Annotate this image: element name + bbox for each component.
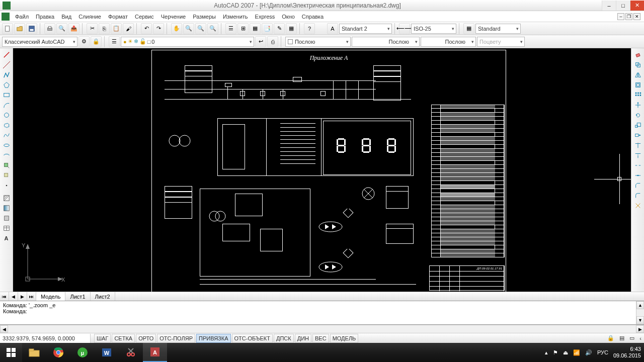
table-style-dropdown[interactable]: Standard xyxy=(475,24,521,34)
status-annotation-icon[interactable]: ▤ xyxy=(617,334,626,343)
mdi-close-button[interactable]: ✕ xyxy=(633,13,640,20)
layer-states-button[interactable]: ⎙ xyxy=(267,36,278,47)
dim-style-dropdown[interactable]: ISO-25 xyxy=(411,24,456,34)
xline-tool[interactable] xyxy=(1,60,12,69)
tray-action-center-icon[interactable]: ⚑ xyxy=(553,349,558,356)
tray-removedrive-icon[interactable]: ⏏ xyxy=(563,349,568,356)
tray-language[interactable]: РУС xyxy=(597,349,608,355)
zoom-previous-button[interactable]: 🔍 xyxy=(207,23,218,34)
taskbar-autocad-icon[interactable]: A xyxy=(143,343,167,362)
plot-preview-button[interactable]: 🔍 xyxy=(56,23,67,34)
array-tool[interactable] xyxy=(632,90,643,100)
point-tool[interactable] xyxy=(1,180,12,190)
status-cleanscreen-icon[interactable]: ▭ xyxy=(627,334,636,343)
join-tool[interactable] xyxy=(632,170,643,180)
text-style-dropdown[interactable]: Standart 2 xyxy=(339,24,392,34)
mirror-tool[interactable] xyxy=(632,70,643,79)
paste-button[interactable]: 📋 xyxy=(111,23,122,34)
ellipse-arc-tool[interactable] xyxy=(1,150,12,160)
matchprop-button[interactable]: 🖌 xyxy=(123,23,134,34)
taskbar-word-icon[interactable]: W xyxy=(95,343,119,362)
app-menu-icon[interactable] xyxy=(2,13,10,21)
hatch-tool[interactable] xyxy=(1,193,12,203)
markup-button[interactable]: ✎ xyxy=(274,23,285,34)
coordinates-readout[interactable]: 3332.9379, 574.9659, 0.0000 xyxy=(0,334,91,343)
workspace-dropdown[interactable]: Классический AutoCAD xyxy=(2,37,77,47)
tab-model[interactable]: Модель xyxy=(36,292,65,301)
polar-toggle[interactable]: ОТС-ПОЛЯР xyxy=(157,334,195,343)
ducs-toggle[interactable]: ДПСК xyxy=(274,334,294,343)
make-block-tool[interactable] xyxy=(1,170,12,180)
start-button[interactable] xyxy=(0,343,22,362)
workspace-settings-button[interactable]: ⚙ xyxy=(78,36,90,47)
dimstyle-icon[interactable]: ⟵⟶ xyxy=(399,23,410,34)
lineweight-dropdown[interactable]: Послою xyxy=(421,37,476,47)
tab-last-button[interactable]: ⏭ xyxy=(27,292,36,301)
tray-show-hidden-icon[interactable]: ▴ xyxy=(545,349,548,356)
ortho-toggle[interactable]: ОРТО xyxy=(136,334,156,343)
otrack-toggle[interactable]: ОТС-ОБЪЕКТ xyxy=(232,334,273,343)
menu-insert[interactable]: Слияние xyxy=(75,13,105,21)
explode-tool[interactable] xyxy=(632,201,643,210)
table-tool[interactable] xyxy=(1,223,12,233)
tab-prev-button[interactable]: ◀ xyxy=(9,292,18,301)
maximize-button[interactable]: □ xyxy=(616,1,630,11)
color-dropdown[interactable]: Послою xyxy=(285,37,351,47)
break-tool[interactable] xyxy=(632,160,643,170)
sheetset-button[interactable]: 📑 xyxy=(262,23,273,34)
polygon-tool[interactable] xyxy=(1,80,12,89)
menu-draw[interactable]: Черчение xyxy=(157,13,190,21)
taskbar-snipping-icon[interactable] xyxy=(119,343,143,362)
extend-tool[interactable] xyxy=(632,150,643,160)
scale-tool[interactable] xyxy=(632,120,643,130)
zoom-window-button[interactable]: 🔍 xyxy=(195,23,206,34)
osnap-toggle[interactable]: ПРИВЯЗКА xyxy=(196,334,230,343)
minimize-button[interactable]: – xyxy=(602,1,616,11)
calc-button[interactable]: ▦ xyxy=(286,23,297,34)
properties-button[interactable]: ☰ xyxy=(225,23,236,34)
undo-button[interactable]: ↶ xyxy=(141,23,152,34)
layer-properties-button[interactable]: ☰ xyxy=(109,36,120,47)
new-button[interactable] xyxy=(2,23,13,34)
command-window[interactable]: Команда: '_.zoom _e Команда: ▲▼ xyxy=(0,301,644,325)
menu-format[interactable]: Формат xyxy=(105,13,131,21)
rotate-tool[interactable] xyxy=(632,110,643,120)
tab-first-button[interactable]: ⏮ xyxy=(0,292,9,301)
layer-dropdown[interactable]: ●☀❄🔓□0 xyxy=(121,37,254,47)
menu-edit[interactable]: Правка xyxy=(32,13,58,21)
menu-help[interactable]: Справка xyxy=(298,13,327,21)
menu-tools[interactable]: Сервис xyxy=(131,13,157,21)
menu-file[interactable]: Файл xyxy=(12,13,32,21)
chamfer-tool[interactable] xyxy=(632,180,643,190)
lwt-toggle[interactable]: ВЕС xyxy=(312,334,329,343)
menu-view[interactable]: Вид xyxy=(58,13,75,21)
trim-tool[interactable] xyxy=(632,140,643,150)
dyn-toggle[interactable]: ДИН xyxy=(295,334,311,343)
redo-button[interactable]: ↷ xyxy=(153,23,164,34)
textstyle-icon[interactable]: A xyxy=(327,23,338,34)
revcloud-tool[interactable] xyxy=(1,120,12,130)
circle-tool[interactable] xyxy=(1,110,12,120)
status-lock-icon[interactable]: 🔒 xyxy=(605,334,616,343)
snap-toggle[interactable]: ШАГ xyxy=(94,334,111,343)
close-button[interactable]: ✕ xyxy=(630,1,644,11)
spline-tool[interactable] xyxy=(1,130,12,140)
zoom-realtime-button[interactable]: 🔍 xyxy=(183,23,194,34)
help-button[interactable]: ? xyxy=(304,23,315,34)
copy-tool[interactable] xyxy=(632,60,643,69)
tab-next-button[interactable]: ▶ xyxy=(18,292,27,301)
erase-tool[interactable] xyxy=(632,50,643,59)
mdi-restore-button[interactable]: ❐ xyxy=(625,13,632,20)
menu-express[interactable]: Express xyxy=(252,13,279,21)
stretch-tool[interactable] xyxy=(632,130,643,140)
polyline-tool[interactable] xyxy=(1,70,12,79)
mtext-tool[interactable]: A xyxy=(1,233,12,243)
pan-button[interactable]: ✋ xyxy=(171,23,182,34)
command-hscroll[interactable]: ◀▶ xyxy=(0,325,644,333)
grid-toggle[interactable]: СЕТКА xyxy=(112,334,135,343)
designcenter-button[interactable]: ⊞ xyxy=(237,23,249,34)
tab-layout1[interactable]: Лист1 xyxy=(65,292,90,301)
region-tool[interactable] xyxy=(1,213,12,223)
status-tray-chevron-icon[interactable]: ‹ xyxy=(637,334,643,343)
mdi-minimize-button[interactable]: – xyxy=(617,13,624,20)
